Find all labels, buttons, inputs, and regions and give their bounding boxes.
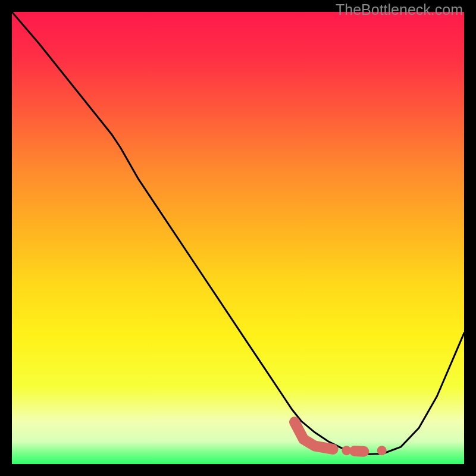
plot-area (12, 12, 464, 464)
plot-svg (12, 12, 464, 464)
gradient-background (12, 12, 464, 464)
chart-frame: TheBottleneck.com (0, 0, 476, 476)
marker-dash-c (355, 451, 364, 452)
marker-dot-d (377, 446, 387, 455)
